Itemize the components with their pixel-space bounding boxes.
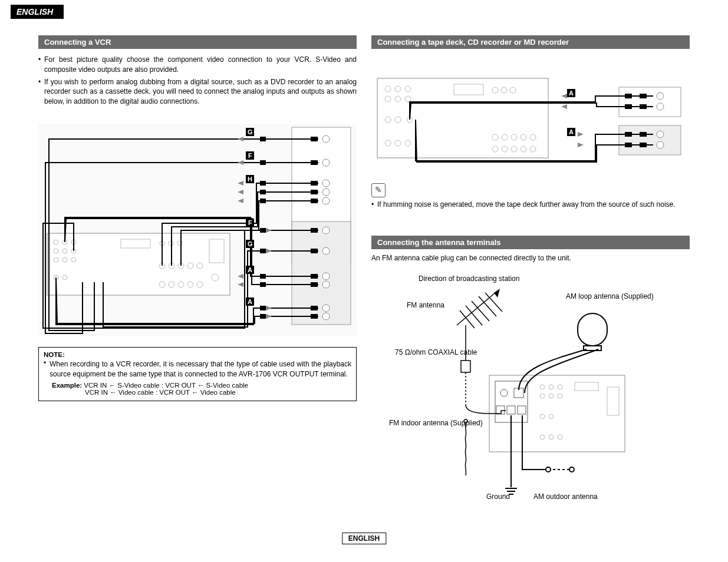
svg-text:A: A bbox=[569, 128, 574, 135]
svg-rect-49 bbox=[260, 199, 266, 203]
svg-point-36 bbox=[322, 247, 330, 254]
svg-marker-133 bbox=[561, 94, 567, 98]
svg-rect-43 bbox=[260, 160, 266, 165]
svg-text:F: F bbox=[248, 152, 252, 159]
svg-point-117 bbox=[657, 92, 664, 100]
svg-point-147 bbox=[540, 394, 545, 398]
svg-rect-61 bbox=[260, 314, 266, 319]
svg-point-118 bbox=[657, 103, 664, 110]
svg-text:AM outdoor antenna: AM outdoor antenna bbox=[533, 492, 598, 501]
svg-point-34 bbox=[322, 197, 330, 204]
svg-rect-57 bbox=[260, 282, 266, 287]
svg-rect-141 bbox=[496, 406, 505, 414]
svg-text:A: A bbox=[248, 266, 252, 273]
svg-point-90 bbox=[395, 86, 401, 92]
svg-point-106 bbox=[502, 134, 508, 140]
language-tab: ENGLISH bbox=[11, 5, 64, 19]
svg-marker-77 bbox=[238, 137, 243, 141]
svg-marker-135 bbox=[578, 132, 584, 137]
svg-point-100 bbox=[405, 140, 411, 146]
svg-point-146 bbox=[558, 385, 562, 389]
svg-point-89 bbox=[385, 86, 391, 92]
svg-point-22 bbox=[169, 282, 174, 287]
svg-point-95 bbox=[385, 117, 391, 123]
bullet-item: • If you wish to perform analog dubbing … bbox=[38, 77, 357, 107]
svg-point-32 bbox=[322, 180, 330, 187]
svg-rect-58 bbox=[311, 282, 318, 287]
svg-point-112 bbox=[511, 146, 517, 152]
svg-point-30 bbox=[322, 135, 330, 143]
svg-marker-87 bbox=[266, 314, 272, 319]
right-column: Connecting a tape deck, CD recorder or M… bbox=[371, 35, 690, 511]
svg-point-150 bbox=[540, 414, 545, 419]
svg-point-21 bbox=[159, 282, 165, 287]
svg-rect-42 bbox=[311, 137, 318, 141]
svg-point-111 bbox=[502, 146, 508, 152]
svg-point-119 bbox=[657, 131, 664, 138]
svg-point-120 bbox=[657, 141, 664, 148]
svg-point-31 bbox=[322, 159, 330, 166]
svg-rect-125 bbox=[625, 94, 632, 98]
note-example: Example: VCR IN ← S-Video cable : VCR OU… bbox=[44, 382, 351, 396]
svg-text:Direction of broadcasting stat: Direction of broadcasting station bbox=[419, 275, 519, 283]
tape-deck-diagram: A A bbox=[371, 67, 690, 173]
svg-marker-136 bbox=[578, 143, 584, 147]
vcr-connection-diagram: G F H F G A A bbox=[38, 124, 357, 336]
svg-rect-45 bbox=[260, 181, 266, 186]
svg-point-148 bbox=[549, 394, 554, 398]
svg-rect-46 bbox=[311, 181, 318, 186]
section-heading-antenna: Connecting the antenna terminals bbox=[371, 236, 690, 249]
svg-rect-26 bbox=[209, 239, 224, 263]
svg-rect-55 bbox=[260, 274, 266, 279]
svg-point-152 bbox=[540, 435, 545, 439]
svg-point-151 bbox=[549, 414, 554, 419]
svg-point-139 bbox=[500, 389, 508, 396]
svg-point-25 bbox=[197, 282, 203, 287]
svg-point-153 bbox=[549, 435, 554, 439]
svg-point-149 bbox=[558, 394, 562, 398]
svg-point-99 bbox=[395, 140, 401, 146]
svg-point-107 bbox=[511, 134, 517, 140]
tape-note-text: If humming noise is generated, move the … bbox=[377, 200, 690, 210]
svg-marker-81 bbox=[238, 199, 243, 203]
svg-marker-134 bbox=[561, 104, 567, 109]
svg-point-33 bbox=[322, 189, 330, 196]
svg-point-24 bbox=[187, 282, 193, 287]
svg-rect-41 bbox=[260, 137, 266, 141]
svg-rect-128 bbox=[625, 143, 632, 147]
bullet-text: If you wish to perform analog dubbing fr… bbox=[44, 77, 357, 107]
svg-text:A: A bbox=[248, 298, 252, 305]
svg-rect-127 bbox=[625, 132, 632, 137]
svg-marker-85 bbox=[238, 282, 243, 287]
svg-point-98 bbox=[385, 140, 391, 146]
svg-rect-167 bbox=[578, 313, 607, 346]
svg-rect-29 bbox=[292, 222, 351, 325]
svg-point-105 bbox=[492, 134, 498, 140]
svg-rect-62 bbox=[311, 314, 318, 319]
svg-rect-51 bbox=[260, 228, 266, 233]
svg-rect-116 bbox=[619, 125, 681, 155]
svg-point-4 bbox=[54, 249, 58, 253]
svg-point-20 bbox=[197, 263, 203, 269]
svg-point-37 bbox=[322, 273, 330, 280]
example-label: Example: bbox=[52, 382, 82, 389]
svg-rect-156 bbox=[607, 387, 619, 415]
svg-marker-86 bbox=[266, 306, 272, 310]
svg-rect-124 bbox=[640, 143, 647, 147]
svg-rect-143 bbox=[518, 406, 526, 414]
svg-point-40 bbox=[322, 313, 330, 320]
svg-rect-60 bbox=[311, 306, 318, 310]
svg-point-113 bbox=[521, 146, 526, 152]
svg-rect-59 bbox=[260, 306, 266, 310]
example-line-2: VCR IN ← Video cable : VCR OUT ← Video c… bbox=[52, 389, 351, 396]
footer-language-label: ENGLISH bbox=[342, 533, 386, 544]
svg-point-27 bbox=[212, 274, 219, 281]
tape-note-bullet: • If humming noise is generated, move th… bbox=[371, 200, 690, 210]
svg-rect-164 bbox=[461, 361, 470, 372]
svg-rect-44 bbox=[311, 160, 318, 165]
svg-point-8 bbox=[62, 257, 67, 262]
svg-point-110 bbox=[492, 146, 498, 152]
svg-text:Ground: Ground bbox=[486, 492, 510, 501]
svg-point-23 bbox=[178, 282, 184, 287]
svg-point-108 bbox=[521, 134, 526, 140]
